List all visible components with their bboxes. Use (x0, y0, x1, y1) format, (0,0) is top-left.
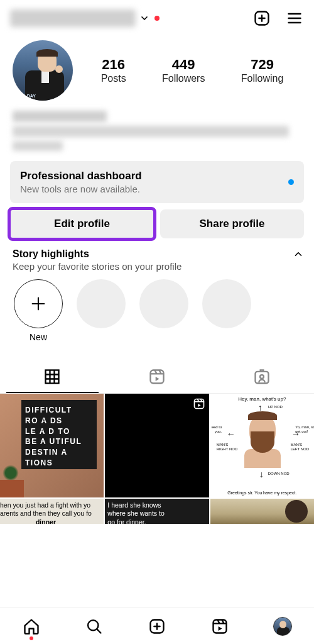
bottom-navigation (0, 608, 314, 644)
posts-stat[interactable]: 216 Posts (101, 57, 126, 84)
grid-icon (43, 368, 61, 386)
posts-count: 216 (101, 57, 126, 73)
followers-label: Followers (162, 73, 205, 84)
dashboard-notification-dot-icon (288, 179, 294, 185)
post-text: LE A D TO (25, 426, 93, 437)
following-count: 729 (241, 57, 284, 73)
professional-dashboard-card[interactable]: Professional dashboard New tools are now… (10, 161, 304, 203)
svg-rect-3 (255, 371, 268, 383)
nav-home[interactable] (19, 614, 44, 639)
posts-grid: DIFFICULT RO A DS LE A D TO BE A UTIFUL … (0, 394, 314, 524)
post-text: Yo, man, st (295, 425, 314, 429)
hamburger-menu-icon[interactable] (285, 9, 304, 28)
highlight-placeholder (139, 279, 188, 328)
post-text: Hey, man, what's up? (210, 396, 314, 402)
post-text: BE A UTIFUL (25, 436, 93, 447)
grid-post[interactable] (105, 394, 208, 497)
highlight-placeholder (77, 279, 126, 328)
search-icon (85, 618, 103, 635)
followers-stat[interactable]: 449 Followers (162, 57, 205, 84)
notification-dot-icon (154, 16, 160, 21)
nav-search[interactable] (82, 614, 107, 639)
create-post-icon[interactable] (252, 9, 271, 28)
post-text: MAN'S (217, 443, 228, 447)
post-text: where she wants to (107, 509, 164, 517)
following-stat[interactable]: 729 Following (241, 57, 284, 84)
nav-profile-avatar-icon (273, 617, 292, 636)
bio-section-blurred (0, 104, 314, 152)
post-text: UP NOD (268, 405, 283, 409)
home-icon (23, 618, 40, 635)
post-text: you. (215, 430, 222, 433)
create-icon (148, 618, 166, 635)
nav-profile[interactable] (270, 614, 295, 639)
highlights-subtitle: Keep your favorite stories on your profi… (13, 261, 304, 272)
nav-reels[interactable] (207, 614, 232, 639)
reels-badge-icon (193, 397, 205, 410)
share-profile-button[interactable]: Share profile (160, 209, 304, 238)
highlight-placeholder (202, 279, 251, 328)
post-text: hen you just had a fight with yo (0, 501, 90, 509)
post-text: MAN'S (290, 443, 301, 447)
post-text: eed to (212, 425, 222, 429)
post-text: RO A DS (25, 416, 93, 426)
story-highlights-section: Story highlights Keep your favorite stor… (0, 238, 314, 348)
add-highlight-label: New (14, 332, 63, 342)
username-blurred (10, 9, 136, 27)
posts-label: Posts (101, 73, 126, 84)
nav-home-dot-icon (30, 636, 33, 640)
svg-point-4 (260, 375, 264, 379)
highlights-title: Story highlights (13, 248, 293, 260)
reels-icon (148, 368, 166, 386)
post-text: DIFFICULT (25, 405, 93, 416)
chevron-down-icon[interactable] (139, 13, 149, 23)
reels-icon (211, 618, 229, 635)
following-label: Following (241, 73, 284, 84)
svg-rect-8 (214, 619, 227, 633)
post-text: go for dinner. (107, 518, 146, 525)
svg-rect-2 (151, 370, 164, 383)
post-text: Greetings sir. You have my respect. (210, 491, 314, 495)
post-text: RIGHT NOD (217, 447, 238, 451)
svg-rect-1 (46, 370, 59, 383)
post-text: DOWN NOD (268, 472, 290, 476)
followers-count: 449 (162, 57, 205, 73)
grid-post[interactable]: I heard she knowswhere she wants togo fo… (105, 499, 208, 524)
dashboard-subtitle: New tools are now available. (20, 184, 288, 194)
post-text: DESTIN A TIONS (25, 447, 93, 469)
profile-tabs (0, 360, 314, 394)
edit-profile-button[interactable]: Edit profile (10, 209, 154, 238)
profile-header: IT'S -DAY 216 Posts 449 Followers 729 Fo… (0, 35, 314, 104)
share-profile-label: Share profile (200, 218, 265, 230)
grid-post[interactable] (210, 499, 314, 524)
post-text: LEFT NOD (290, 447, 309, 451)
grid-post[interactable]: Hey, man, what's up? ↑ UP NOD ← eed toyo… (210, 394, 314, 497)
top-bar (0, 0, 314, 35)
grid-post[interactable]: hen you just had a fight with yoarents a… (0, 499, 104, 524)
post-text: arents and then they call you fo (0, 509, 92, 517)
edit-profile-label: Edit profile (54, 218, 110, 230)
nav-create[interactable] (144, 614, 170, 639)
post-text: dinner (0, 518, 92, 525)
plus-icon (28, 294, 48, 314)
tab-grid[interactable] (0, 360, 105, 393)
add-highlight-button[interactable] (14, 279, 63, 328)
svg-rect-5 (194, 399, 203, 409)
dashboard-title: Professional dashboard (20, 170, 288, 182)
tab-reels[interactable] (105, 360, 210, 393)
post-text: get out! (295, 430, 308, 433)
chevron-up-icon[interactable] (293, 248, 304, 260)
grid-post[interactable]: DIFFICULT RO A DS LE A D TO BE A UTIFUL … (0, 394, 104, 497)
profile-avatar[interactable]: IT'S -DAY (13, 40, 73, 101)
profile-buttons-row: Edit profile Share profile (0, 209, 314, 238)
tagged-icon (253, 368, 271, 386)
tab-tagged[interactable] (209, 360, 314, 393)
post-text: I heard she knows (107, 501, 161, 509)
profile-stats: 216 Posts 449 Followers 729 Following (83, 57, 301, 84)
